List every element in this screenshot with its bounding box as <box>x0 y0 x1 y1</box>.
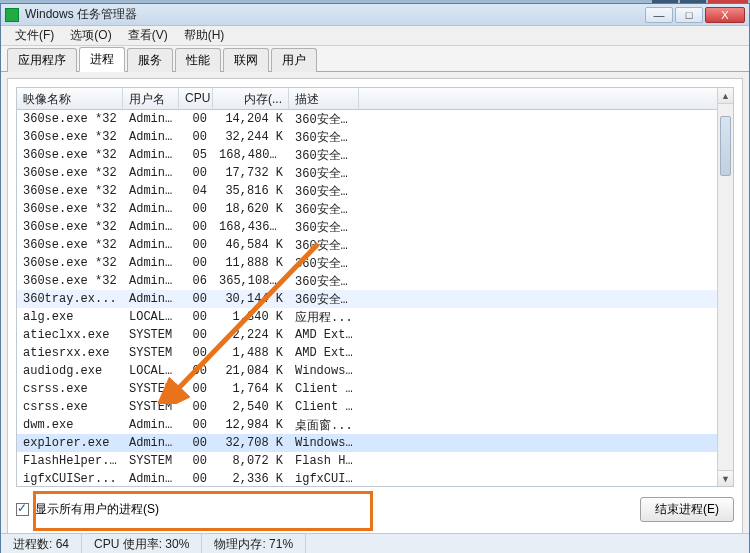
checkbox-icon[interactable] <box>16 503 29 516</box>
cell: Admin... <box>123 147 179 163</box>
cell: 1,764 K <box>213 381 289 397</box>
close-button[interactable]: X <box>705 7 745 23</box>
cell: 365,108 K <box>213 273 289 289</box>
table-row[interactable]: dwm.exeAdmin...0012,984 K桌面窗... <box>17 416 733 434</box>
end-process-button[interactable]: 结束进程(E) <box>640 497 734 522</box>
cell: 21,084 K <box>213 363 289 379</box>
table-row[interactable]: 360tray.ex...Admin...0030,144 K360安全... <box>17 290 733 308</box>
table-row[interactable]: FlashHelper...SYSTEM008,072 KFlash H... <box>17 452 733 470</box>
col-memory[interactable]: 内存(... <box>213 88 289 109</box>
cell: 00 <box>179 399 213 415</box>
menu-view[interactable]: 查看(V) <box>120 25 176 46</box>
table-row[interactable]: 360se.exe *32Admin...0435,816 K360安全... <box>17 182 733 200</box>
cell: Admin... <box>123 237 179 253</box>
cell: 46,584 K <box>213 237 289 253</box>
cell: Admin... <box>123 183 179 199</box>
cell: 1,340 K <box>213 309 289 325</box>
scroll-up-icon[interactable]: ▲ <box>718 88 733 104</box>
tab-performance[interactable]: 性能 <box>175 48 221 72</box>
cell: 11,888 K <box>213 255 289 271</box>
cell: Admin... <box>123 129 179 145</box>
cell: Admin... <box>123 201 179 217</box>
titlebar[interactable]: Windows 任务管理器 — □ X <box>1 4 749 26</box>
cell: Client ... <box>289 399 359 415</box>
cell: 1,488 K <box>213 345 289 361</box>
scroll-down-icon[interactable]: ▼ <box>718 470 733 486</box>
cell: 00 <box>179 471 213 487</box>
table-row[interactable]: 360se.exe *32Admin...0032,244 K360安全... <box>17 128 733 146</box>
tab-networking[interactable]: 联网 <box>223 48 269 72</box>
cell: 00 <box>179 435 213 451</box>
cell: 05 <box>179 147 213 163</box>
cell: atieclxx.exe <box>17 327 123 343</box>
cell: Admin... <box>123 417 179 433</box>
maximize-button[interactable]: □ <box>675 7 703 23</box>
vertical-scrollbar[interactable]: ▲ ▼ <box>717 88 733 486</box>
tab-users[interactable]: 用户 <box>271 48 317 72</box>
table-row[interactable]: csrss.exeSYSTEM001,764 KClient ... <box>17 380 733 398</box>
cell: Admin... <box>123 255 179 271</box>
cell: SYSTEM <box>123 381 179 397</box>
cell: 06 <box>179 273 213 289</box>
cell: Admin... <box>123 273 179 289</box>
cell: 00 <box>179 201 213 217</box>
cell: SYSTEM <box>123 453 179 469</box>
table-row[interactable]: csrss.exeSYSTEM002,540 KClient ... <box>17 398 733 416</box>
scroll-thumb[interactable] <box>720 116 731 176</box>
cell: 360安全... <box>289 182 359 201</box>
table-row[interactable]: 360se.exe *32Admin...0017,732 K360安全... <box>17 164 733 182</box>
cell: Admin... <box>123 111 179 127</box>
table-row[interactable]: atiesrxx.exeSYSTEM001,488 KAMD Ext... <box>17 344 733 362</box>
cell: Admin... <box>123 435 179 451</box>
cell: Flash H... <box>289 453 359 469</box>
tab-processes[interactable]: 进程 <box>79 47 125 72</box>
table-row[interactable]: explorer.exeAdmin...0032,708 KWindows... <box>17 434 733 452</box>
cell: 00 <box>179 165 213 181</box>
cell: 00 <box>179 129 213 145</box>
cell: 360安全... <box>289 146 359 165</box>
menu-options[interactable]: 选项(O) <box>62 25 119 46</box>
cell: Admin... <box>123 471 179 487</box>
process-table: 映像名称 用户名 CPU 内存(... 描述 360se.exe *32Admi… <box>16 87 734 487</box>
cell: 2,224 K <box>213 327 289 343</box>
tab-services[interactable]: 服务 <box>127 48 173 72</box>
cell: csrss.exe <box>17 399 123 415</box>
table-row[interactable]: 360se.exe *32Admin...0011,888 K360安全... <box>17 254 733 272</box>
show-all-users-checkbox[interactable]: 显示所有用户的进程(S) <box>16 501 159 518</box>
col-image-name[interactable]: 映像名称 <box>17 88 123 109</box>
cell: SYSTEM <box>123 327 179 343</box>
cell: 360se.exe *32 <box>17 201 123 217</box>
cell: FlashHelper... <box>17 453 123 469</box>
table-row[interactable]: alg.exeLOCAL...001,340 K应用程... <box>17 308 733 326</box>
table-row[interactable]: 360se.exe *32Admin...05168,480 K360安全... <box>17 146 733 164</box>
table-row[interactable]: 360se.exe *32Admin...0018,620 K360安全... <box>17 200 733 218</box>
menu-file[interactable]: 文件(F) <box>7 25 62 46</box>
cell: 00 <box>179 237 213 253</box>
cell: Admin... <box>123 291 179 307</box>
col-cpu[interactable]: CPU <box>179 88 213 109</box>
cell: Client ... <box>289 381 359 397</box>
table-row[interactable]: atieclxx.exeSYSTEM002,224 KAMD Ext... <box>17 326 733 344</box>
task-manager-window: Windows 任务管理器 — □ X 文件(F) 选项(O) 查看(V) 帮助… <box>0 3 750 553</box>
table-row[interactable]: 360se.exe *32Admin...0014,204 K360安全... <box>17 110 733 128</box>
cell: alg.exe <box>17 309 123 325</box>
cell: 00 <box>179 453 213 469</box>
col-description[interactable]: 描述 <box>289 88 359 109</box>
table-row[interactable]: igfxCUISer...Admin...002,336 KigfxCUI... <box>17 470 733 487</box>
tab-applications[interactable]: 应用程序 <box>7 48 77 72</box>
table-row[interactable]: 360se.exe *32Admin...0046,584 K360安全... <box>17 236 733 254</box>
table-row[interactable]: 360se.exe *32Admin...00168,436 K360安全... <box>17 218 733 236</box>
cell: Windows... <box>289 435 359 451</box>
statusbar: 进程数: 64 CPU 使用率: 30% 物理内存: 71% <box>1 533 749 553</box>
menu-help[interactable]: 帮助(H) <box>176 25 233 46</box>
minimize-button[interactable]: — <box>645 7 673 23</box>
cell: 360安全... <box>289 164 359 183</box>
cell: 00 <box>179 255 213 271</box>
table-row[interactable]: audiodg.exeLOCAL...0021,084 KWindows... <box>17 362 733 380</box>
cell: Admin... <box>123 219 179 235</box>
cell: 00 <box>179 345 213 361</box>
table-row[interactable]: 360se.exe *32Admin...06365,108 K360安全... <box>17 272 733 290</box>
col-username[interactable]: 用户名 <box>123 88 179 109</box>
cell: 360安全... <box>289 200 359 219</box>
table-header: 映像名称 用户名 CPU 内存(... 描述 <box>17 88 733 110</box>
